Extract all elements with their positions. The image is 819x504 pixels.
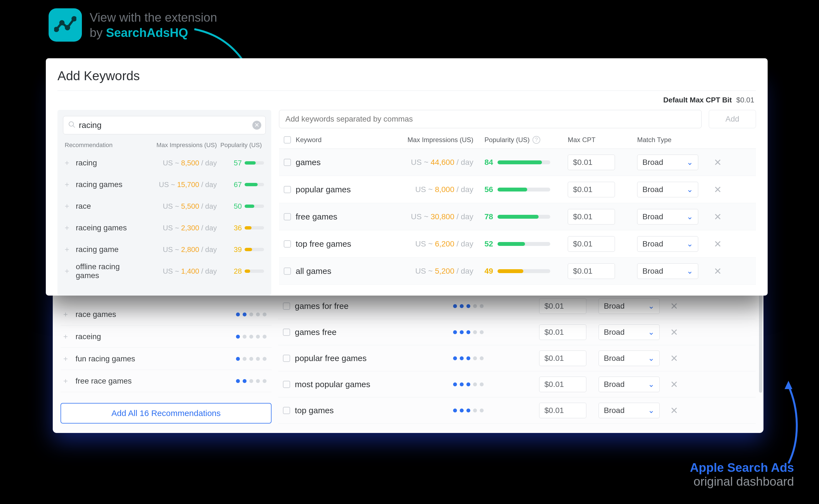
max-cpt-input[interactable]: [539, 351, 586, 366]
recommendation-name: offline racing games: [76, 262, 139, 280]
asa-recommendation-row[interactable]: +race games: [60, 303, 271, 326]
remove-keyword-icon[interactable]: ✕: [709, 157, 726, 168]
popularity-dots: [453, 382, 537, 386]
select-all-checkbox[interactable]: [284, 136, 291, 143]
recommendation-popularity-value: 50: [234, 202, 242, 211]
match-type-select[interactable]: Broad⌄: [599, 351, 660, 366]
col-header-popularity: Popularity (US): [485, 136, 530, 144]
popularity-dots: [236, 313, 266, 316]
plus-icon[interactable]: +: [63, 332, 75, 341]
match-type-select[interactable]: Broad⌄: [637, 263, 698, 279]
keyword-checkbox[interactable]: [283, 355, 290, 362]
svg-point-5: [69, 122, 74, 126]
plus-icon[interactable]: +: [63, 377, 75, 385]
keyword-checkbox[interactable]: [283, 303, 290, 310]
recommendation-row[interactable]: +raceing gamesUS ~ 2,300 / day36: [63, 217, 266, 239]
remove-keyword-icon[interactable]: ✕: [709, 184, 726, 195]
recommendation-popularity-value: 39: [234, 245, 242, 254]
remove-keyword-icon[interactable]: ✕: [668, 353, 680, 364]
keyword-name: popular free games: [295, 354, 453, 363]
match-type-select[interactable]: Broad⌄: [637, 155, 698, 170]
popularity-bar: [498, 242, 550, 246]
remove-keyword-icon[interactable]: ✕: [709, 211, 726, 222]
recommendation-row[interactable]: +offline racing gamesUS ~ 1,400 / day28: [63, 260, 266, 282]
recommendation-row[interactable]: +racingUS ~ 8,500 / day57: [63, 152, 266, 174]
remove-keyword-icon[interactable]: ✕: [709, 238, 726, 250]
help-icon[interactable]: ?: [533, 136, 540, 144]
keyword-checkbox[interactable]: [283, 381, 290, 388]
keyword-checkbox[interactable]: [284, 268, 291, 275]
chevron-down-icon: ⌄: [687, 239, 693, 248]
recommendation-row[interactable]: +racing gameUS ~ 2,800 / day39: [63, 239, 266, 260]
plus-icon[interactable]: +: [65, 245, 76, 254]
col-header-max-cpt: Max CPT: [568, 136, 637, 144]
asa-keyword-row: top gamesBroad⌄✕: [278, 397, 756, 424]
remove-keyword-icon[interactable]: ✕: [709, 266, 726, 277]
asa-recommendation-row[interactable]: +fun racing games: [60, 348, 271, 370]
asa-recommendation-row[interactable]: +free racing games: [60, 392, 271, 398]
remove-keyword-icon[interactable]: ✕: [668, 327, 680, 338]
match-type-select[interactable]: Broad⌄: [599, 403, 660, 418]
match-type-select[interactable]: Broad⌄: [599, 298, 660, 314]
keyword-checkbox[interactable]: [283, 407, 290, 414]
asa-keyword-row: most popular gamesBroad⌄✕: [278, 371, 756, 397]
chevron-down-icon: ⌄: [648, 354, 654, 363]
max-cpt-input[interactable]: [568, 263, 615, 279]
add-keywords-input[interactable]: [279, 110, 702, 128]
clear-search-icon[interactable]: ✕: [252, 121, 261, 130]
default-max-cpt-display: Default Max CPT Bit $0.01: [57, 91, 756, 110]
remove-keyword-icon[interactable]: ✕: [668, 301, 680, 312]
popularity-bar: [498, 160, 550, 164]
max-cpt-input[interactable]: [539, 403, 586, 418]
max-cpt-input[interactable]: [539, 377, 586, 392]
match-type-select[interactable]: Broad⌄: [637, 182, 698, 197]
max-cpt-input[interactable]: [568, 209, 615, 225]
max-cpt-input[interactable]: [539, 324, 586, 340]
chevron-down-icon: ⌄: [648, 327, 654, 337]
plus-icon[interactable]: +: [63, 354, 75, 363]
plus-icon[interactable]: +: [65, 180, 76, 189]
keyword-checkbox[interactable]: [284, 186, 291, 193]
keyword-search-input[interactable]: [63, 116, 266, 134]
recommendation-row[interactable]: +racing gamesUS ~ 15,700 / day67: [63, 174, 266, 195]
recommendation-name: racing game: [76, 245, 139, 254]
asa-recommendation-row[interactable]: +free race games: [60, 370, 271, 392]
match-type-select[interactable]: Broad⌄: [637, 209, 698, 225]
plus-icon[interactable]: +: [65, 267, 76, 276]
recommendation-popularity-value: 36: [234, 224, 242, 232]
remove-keyword-icon[interactable]: ✕: [668, 379, 680, 390]
keyword-checkbox[interactable]: [284, 159, 291, 166]
asa-recommendation-row[interactable]: +raceing: [60, 326, 271, 348]
popularity-dots: [236, 357, 266, 361]
plus-icon[interactable]: +: [65, 158, 76, 167]
max-cpt-input[interactable]: [539, 298, 586, 314]
match-type-select[interactable]: Broad⌄: [599, 324, 660, 340]
keyword-impressions: US ~ 8,000 / day: [398, 185, 485, 194]
keyword-checkbox[interactable]: [284, 213, 291, 220]
max-cpt-input[interactable]: [568, 155, 615, 170]
recommendation-name: raceing: [75, 332, 236, 341]
chevron-down-icon: ⌄: [648, 406, 654, 415]
add-all-recommendations-button[interactable]: Add All 16 Recommendations: [60, 403, 271, 424]
extension-overlay-panel: Add Keywords Default Max CPT Bit $0.01 ✕…: [46, 58, 768, 296]
max-cpt-input[interactable]: [568, 236, 615, 252]
keyword-checkbox[interactable]: [283, 329, 290, 336]
keyword-checkbox[interactable]: [284, 240, 291, 248]
keyword-name: free games: [296, 212, 398, 221]
callout-line1: View with the extension: [90, 10, 217, 25]
popularity-bar: [498, 269, 550, 273]
keyword-name: games for free: [295, 301, 453, 311]
keyword-impressions: US ~ 30,800 / day: [398, 212, 485, 221]
plus-icon[interactable]: +: [63, 310, 75, 319]
match-type-select[interactable]: Broad⌄: [599, 377, 660, 392]
plus-icon[interactable]: +: [65, 202, 76, 211]
keyword-row: gamesUS ~ 44,600 / day84Broad⌄✕: [279, 149, 756, 176]
match-type-select[interactable]: Broad⌄: [637, 236, 698, 252]
max-cpt-input[interactable]: [568, 182, 615, 197]
remove-keyword-icon[interactable]: ✕: [668, 405, 680, 416]
add-keywords-button[interactable]: Add: [709, 110, 756, 128]
recommendation-row[interactable]: +raceUS ~ 5,500 / day50: [63, 195, 266, 217]
plus-icon[interactable]: +: [65, 223, 76, 232]
popularity-bar: [244, 183, 264, 186]
svg-marker-7: [785, 381, 792, 389]
